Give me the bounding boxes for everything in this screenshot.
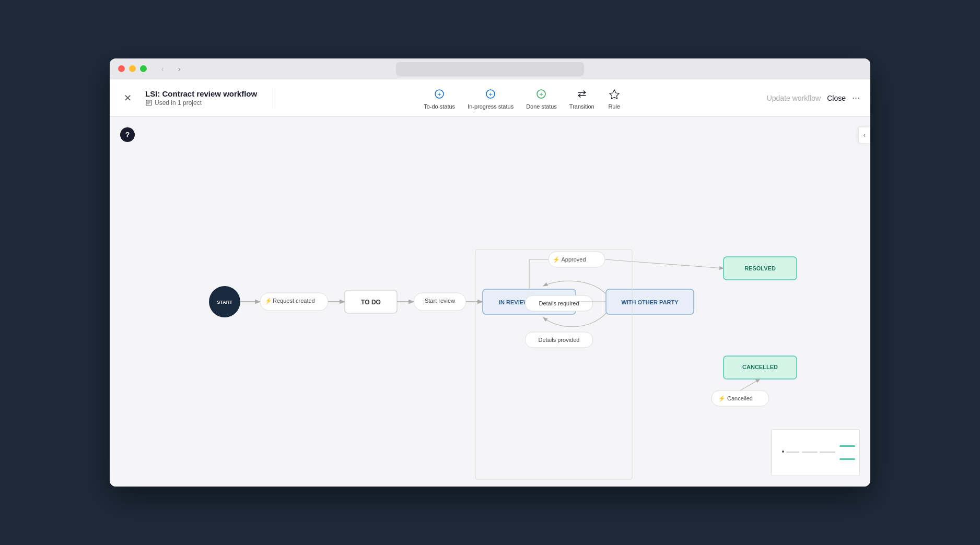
svg-text:CANCELLED: CANCELLED	[742, 364, 778, 370]
mini-map-line1	[786, 452, 799, 453]
project-icon	[145, 99, 153, 106]
toolbar: + To-do status + In-progress status + Do…	[289, 87, 756, 110]
header-divider	[273, 88, 273, 109]
app-window: ‹ › ✕ LSI: Contract review workflow Used…	[110, 58, 870, 487]
update-workflow-button[interactable]: Update workflow	[767, 94, 821, 102]
svg-text:Details provided: Details provided	[539, 337, 580, 343]
svg-text:TO DO: TO DO	[361, 299, 381, 306]
minimize-traffic-light[interactable]	[129, 65, 136, 72]
svg-text:Details required: Details required	[539, 300, 579, 306]
mini-map	[771, 429, 860, 476]
svg-text:⚡ Approved: ⚡ Approved	[553, 256, 586, 263]
rule-label: Rule	[608, 103, 620, 110]
svg-text:Request created: Request created	[273, 298, 315, 304]
svg-text:Start review: Start review	[425, 298, 455, 304]
svg-text:RESOLVED: RESOLVED	[744, 265, 776, 271]
back-button[interactable]: ‹	[155, 64, 170, 74]
svg-text:+: +	[540, 90, 544, 98]
traffic-lights	[118, 65, 147, 72]
header: ✕ LSI: Contract review workflow Used in …	[110, 79, 870, 117]
inprogress-status-label: In-progress status	[468, 103, 514, 110]
rule-icon	[607, 87, 622, 101]
search-bar[interactable]	[396, 62, 584, 76]
close-traffic-light[interactable]	[118, 65, 125, 72]
titlebar: ‹ ›	[110, 58, 870, 79]
mini-map-start-dot	[782, 451, 784, 453]
close-icon[interactable]: ✕	[120, 91, 135, 105]
help-button[interactable]: ?	[120, 127, 135, 142]
toolbar-item-done[interactable]: + Done status	[526, 87, 557, 110]
svg-line-35	[605, 259, 724, 268]
svg-text:+: +	[488, 90, 493, 98]
workflow-title: LSI: Contract review workflow	[145, 89, 257, 98]
transition-label: Transition	[569, 103, 594, 110]
toolbar-item-transition[interactable]: Transition	[569, 87, 594, 110]
svg-text:⚡: ⚡	[265, 297, 272, 304]
svg-line-42	[740, 379, 760, 390]
svg-text:+: +	[437, 90, 441, 98]
svg-rect-43	[475, 250, 632, 479]
canvas-area[interactable]: ? ‹ START ⚡ Request created TO DO Start …	[110, 117, 870, 487]
toolbar-item-rule[interactable]: Rule	[607, 87, 622, 110]
toolbar-item-inprogress[interactable]: + In-progress status	[468, 87, 514, 110]
workflow-subtitle: Used in 1 project	[145, 99, 257, 106]
mini-map-resolved	[839, 445, 855, 447]
todo-status-label: To-do status	[424, 103, 455, 110]
title-group: LSI: Contract review workflow Used in 1 …	[145, 89, 257, 106]
inprogress-status-icon: +	[483, 87, 498, 101]
mini-map-line3	[820, 452, 835, 453]
workflow-diagram: START ⚡ Request created TO DO Start revi…	[110, 117, 870, 487]
mini-map-inner	[772, 430, 859, 476]
collapse-panel-button[interactable]: ‹	[859, 127, 870, 143]
todo-status-icon: +	[432, 87, 447, 101]
svg-marker-10	[610, 90, 619, 99]
svg-text:⚡ Cancelled: ⚡ Cancelled	[718, 395, 753, 402]
forward-button[interactable]: ›	[172, 64, 186, 74]
header-actions: Update workflow Close ···	[767, 92, 860, 103]
toolbar-item-todo[interactable]: + To-do status	[424, 87, 455, 110]
close-button[interactable]: Close	[827, 94, 846, 102]
nav-arrows: ‹ ›	[155, 64, 186, 74]
mini-map-cancelled	[839, 458, 855, 460]
done-status-label: Done status	[526, 103, 557, 110]
svg-text:WITH OTHER PARTY: WITH OTHER PARTY	[621, 299, 679, 305]
transition-icon	[575, 87, 589, 101]
done-status-icon: +	[534, 87, 549, 101]
fullscreen-traffic-light[interactable]	[140, 65, 147, 72]
svg-text:START: START	[217, 300, 232, 305]
mini-map-line2	[802, 452, 818, 453]
more-button[interactable]: ···	[852, 92, 860, 103]
